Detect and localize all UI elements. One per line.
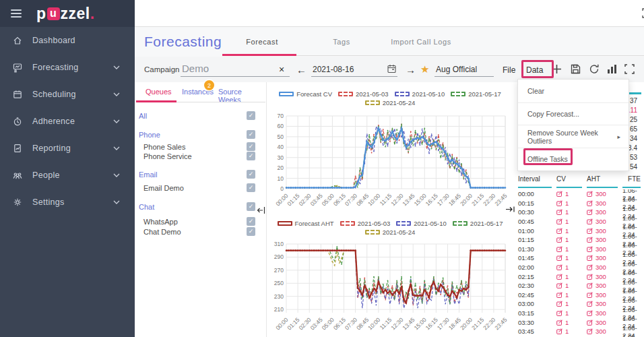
edit-icon[interactable] <box>587 236 593 243</box>
queue-checkbox[interactable]: ✓ <box>247 202 255 211</box>
official-star-icon[interactable]: ★ <box>420 63 429 75</box>
legend-item[interactable]: 2021-05-10 <box>395 90 445 98</box>
save-icon[interactable] <box>571 64 581 74</box>
aht-cell[interactable]: 300 <box>587 282 618 289</box>
cv-cell[interactable]: 1 <box>556 245 582 253</box>
edit-icon[interactable] <box>587 254 593 262</box>
legend-item[interactable]: 2021-05-03 <box>338 90 389 98</box>
cv-cell[interactable]: 1 <box>556 190 582 197</box>
sidebar-item-reporting[interactable]: Reporting <box>0 135 135 162</box>
forecast-name-input[interactable]: Aug Official <box>434 61 494 77</box>
edit-icon[interactable] <box>556 328 563 335</box>
sidebar-item-people[interactable]: People <box>0 162 135 189</box>
queue-label[interactable]: Chat Demo <box>143 228 181 236</box>
cv-cell[interactable]: 1 <box>556 282 582 289</box>
collapse-panel-icon[interactable] <box>257 206 265 215</box>
aht-cell[interactable]: 300 <box>587 208 618 216</box>
aht-cell[interactable]: 300 <box>587 328 618 335</box>
aht-cell[interactable]: 300 <box>587 190 618 197</box>
queue-label[interactable]: Email <box>139 171 158 179</box>
menu-item-remove-source-week-outliers[interactable]: Remove Source Week Outliers▸ <box>518 125 629 148</box>
cv-cell[interactable]: 1 <box>556 328 582 335</box>
edit-icon[interactable] <box>556 208 563 216</box>
chart-view-icon[interactable] <box>607 64 617 74</box>
sidebar-item-scheduling[interactable]: Scheduling <box>0 81 135 108</box>
column-header-interval[interactable]: Interval <box>518 175 552 188</box>
cv-cell[interactable]: 1 <box>556 264 582 271</box>
column-header-fte[interactable]: FTE <box>622 175 641 188</box>
aht-cell[interactable]: 300 <box>587 227 618 235</box>
cv-cell[interactable]: 1 <box>556 319 582 326</box>
aht-cell[interactable]: 300 <box>587 319 618 326</box>
aht-cell[interactable]: 300 <box>587 236 618 243</box>
edit-icon[interactable] <box>556 218 563 225</box>
cv-cell[interactable]: 1 <box>556 227 582 235</box>
next-week-icon[interactable]: → <box>406 64 416 75</box>
sidebar-item-forecasting[interactable]: Forecasting <box>0 54 135 81</box>
edit-icon[interactable] <box>556 300 563 307</box>
edit-icon[interactable] <box>587 245 593 253</box>
calendar-icon[interactable] <box>387 64 396 73</box>
queue-checkbox[interactable]: ✓ <box>247 142 255 151</box>
campaign-input[interactable]: Demo <box>181 61 290 77</box>
edit-icon[interactable] <box>556 254 563 262</box>
edit-icon[interactable] <box>556 291 563 299</box>
aht-cell[interactable]: 300 <box>587 300 618 307</box>
queue-label[interactable]: Phone Service <box>143 152 192 160</box>
column-header-aht[interactable]: AHT <box>587 175 618 188</box>
cv-cell[interactable]: 1 <box>556 208 582 216</box>
legend-item[interactable]: 2021-05-03 <box>340 220 391 227</box>
edit-icon[interactable] <box>587 200 593 207</box>
tab-tags[interactable]: Tags <box>302 38 381 46</box>
edit-icon[interactable] <box>556 264 563 271</box>
legend-item[interactable]: 2021-05-17 <box>451 90 501 98</box>
expand-icon[interactable] <box>624 64 635 74</box>
file-menu-button[interactable]: File <box>503 65 515 75</box>
edit-icon[interactable] <box>556 273 563 280</box>
column-header-cv[interactable]: CV <box>556 175 582 188</box>
clear-campaign-icon[interactable]: × <box>279 64 284 75</box>
tab-import-call-logs[interactable]: Import Call Logs <box>381 38 461 46</box>
queue-checkbox[interactable]: ✓ <box>247 130 255 139</box>
aht-cell[interactable]: 300 <box>587 254 618 262</box>
edit-icon[interactable] <box>587 282 593 289</box>
sidebar-item-settings[interactable]: Settings <box>0 189 135 216</box>
edit-icon[interactable] <box>587 227 593 235</box>
add-icon[interactable] <box>552 64 562 74</box>
aht-cell[interactable]: 300 <box>587 273 618 280</box>
data-menu-button[interactable]: Data <box>526 65 543 75</box>
queues-tab-queues[interactable]: Queues <box>146 88 172 96</box>
edit-icon[interactable] <box>587 328 593 335</box>
edit-icon[interactable] <box>556 190 563 197</box>
queue-checkbox[interactable]: ✓ <box>247 152 255 160</box>
edit-icon[interactable] <box>587 208 593 216</box>
edit-icon[interactable] <box>587 309 593 317</box>
queue-label[interactable]: Email Demo <box>143 184 184 192</box>
edit-icon[interactable] <box>587 273 593 280</box>
cv-cell[interactable]: 1 <box>556 309 582 317</box>
queue-label[interactable]: All <box>139 112 147 120</box>
refresh-icon[interactable] <box>589 64 600 74</box>
date-input[interactable]: 2021-08-16 <box>311 61 397 77</box>
aht-cell[interactable]: 300 <box>587 200 618 207</box>
queue-checkbox[interactable]: ✓ <box>247 227 255 236</box>
queue-label[interactable]: Phone <box>139 131 160 139</box>
queue-checkbox[interactable]: ✓ <box>247 183 255 192</box>
sidebar-item-dashboard[interactable]: Dashboard <box>0 27 135 54</box>
legend-item[interactable]: 2021-05-17 <box>453 220 503 227</box>
previous-week-icon[interactable]: ← <box>296 64 307 75</box>
legend-item[interactable]: Forecast CV <box>279 90 332 98</box>
menu-item-clear[interactable]: Clear <box>518 80 629 102</box>
edit-icon[interactable] <box>556 227 563 235</box>
aht-cell[interactable]: 300 <box>587 264 618 271</box>
queue-label[interactable]: Chat <box>139 203 154 211</box>
aht-cell[interactable]: 300 <box>587 309 618 317</box>
edit-icon[interactable] <box>587 218 593 225</box>
edit-icon[interactable] <box>587 291 593 299</box>
edit-icon[interactable] <box>556 200 563 207</box>
queue-checkbox[interactable]: ✓ <box>247 111 255 120</box>
queue-label[interactable]: Phone Sales <box>143 143 185 151</box>
edit-icon[interactable] <box>587 319 593 326</box>
menu-item-copy-forecast[interactable]: Copy Forecast... <box>518 102 629 125</box>
cv-cell[interactable]: 1 <box>556 200 582 207</box>
